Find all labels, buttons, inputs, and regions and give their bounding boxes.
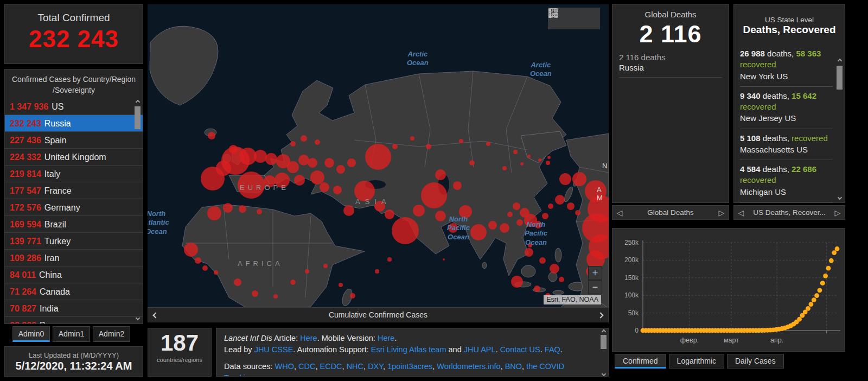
global-deaths-entry[interactable]: 2 116 deaths Russia bbox=[619, 53, 722, 78]
link[interactable]: Worldometers.info bbox=[437, 362, 500, 371]
scroll-thumb[interactable] bbox=[135, 106, 141, 129]
sources-scrollbar[interactable] bbox=[600, 330, 607, 376]
country-list-item[interactable]: 232 243Russia bbox=[5, 115, 143, 132]
country-list-scrollbar[interactable] bbox=[134, 100, 141, 320]
us-state-row[interactable]: 4 584 deaths, 22 686 recoveredMichigan U… bbox=[740, 160, 833, 202]
link[interactable]: JHU CSSE bbox=[254, 345, 293, 354]
scroll-up-icon[interactable] bbox=[837, 59, 841, 63]
scroll-down-icon[interactable] bbox=[837, 195, 841, 200]
country-list-item[interactable]: 172 576Germany bbox=[5, 199, 143, 216]
country-list-item[interactable]: 109 286Iran bbox=[5, 250, 143, 266]
continent-label-africa: AFRICA bbox=[238, 259, 283, 268]
country-list-item[interactable]: 84 011China bbox=[5, 266, 143, 283]
scroll-down-icon[interactable] bbox=[135, 316, 139, 320]
country-list-item[interactable]: 169 594Brazil bbox=[5, 216, 143, 233]
us-state-row[interactable]: 3 832 deaths, recoveredPennsylvania US bbox=[740, 202, 833, 203]
global-deaths-panel: Global Deaths 2 116 2 116 deaths Russia bbox=[612, 4, 729, 203]
link[interactable]: FAQ bbox=[545, 345, 560, 354]
link[interactable]: CDC bbox=[298, 362, 315, 371]
country-list-item[interactable]: 1 347 936US bbox=[5, 98, 143, 115]
us-state-list: 26 988 deaths, 58 363 recoveredNew York … bbox=[734, 45, 845, 203]
link[interactable]: Here bbox=[300, 334, 317, 342]
svg-text:150k: 150k bbox=[624, 274, 639, 282]
chart-tab-logarithmic[interactable]: Logarithmic bbox=[669, 354, 724, 369]
continent-label-europe: EUROPE bbox=[240, 183, 289, 192]
scroll-up-icon[interactable] bbox=[601, 329, 605, 334]
carousel-prev-icon[interactable] bbox=[148, 310, 163, 320]
link[interactable]: Esri Living Atlas team bbox=[371, 345, 446, 354]
svg-text:апр.: апр. bbox=[770, 336, 783, 344]
total-confirmed-title: Total Confirmed bbox=[5, 12, 143, 24]
map-carousel-title: Cumulative Confirmed Cases bbox=[163, 310, 593, 319]
link[interactable]: Contact US bbox=[500, 345, 540, 354]
link[interactable]: JHU APL bbox=[464, 345, 496, 354]
us-panel-subtitle: US State Level bbox=[734, 16, 845, 24]
country-list: 1 347 936US232 243Russia227 436Spain224 … bbox=[5, 98, 143, 323]
continent-label-asia: ASIA bbox=[355, 198, 391, 206]
countries-count-value: 187 bbox=[148, 330, 211, 356]
total-confirmed-value: 232 243 bbox=[5, 26, 143, 53]
map-toolbar bbox=[548, 8, 600, 29]
tab-admin0[interactable]: Admin0 bbox=[12, 326, 50, 342]
global-deaths-carousel-bar: ◁ Global Deaths ▷ bbox=[612, 205, 729, 220]
tab-admin2[interactable]: Admin2 bbox=[93, 326, 130, 342]
tab-admin1[interactable]: Admin1 bbox=[53, 326, 90, 342]
us-state-row[interactable]: 9 340 deaths, 15 642 recoveredNew Jersey… bbox=[740, 87, 833, 129]
scroll-thumb[interactable] bbox=[601, 335, 607, 349]
country-list-item[interactable]: 219 814Italy bbox=[5, 166, 143, 182]
entry-place: Russia bbox=[619, 63, 722, 72]
svg-text:250k: 250k bbox=[624, 239, 639, 246]
country-list-item[interactable]: 71 264Canada bbox=[5, 283, 143, 300]
sources-text: Lancet Inf Dis Article: Here. Mobile Ver… bbox=[224, 333, 595, 377]
country-list-item[interactable]: 224 332United Kingdom bbox=[5, 149, 143, 166]
country-list-item[interactable]: 68 822Peru bbox=[5, 317, 143, 323]
zoom-out-button[interactable]: − bbox=[588, 280, 602, 294]
carousel-prev-icon[interactable]: ◁ bbox=[612, 208, 627, 217]
link[interactable]: WHO bbox=[275, 362, 294, 371]
zoom-in-button[interactable]: + bbox=[588, 266, 602, 280]
carousel-prev-icon[interactable]: ◁ bbox=[734, 208, 748, 217]
entry-deaths: 2 116 deaths bbox=[619, 53, 722, 62]
map-zoom-control: + − bbox=[588, 266, 602, 294]
link[interactable]: DXY bbox=[368, 362, 383, 371]
link[interactable]: 1point3acres bbox=[387, 362, 432, 371]
us-state-row[interactable]: 26 988 deaths, 58 363 recoveredNew York … bbox=[740, 45, 833, 87]
link[interactable]: Here bbox=[378, 334, 394, 342]
global-deaths-value: 2 116 bbox=[612, 20, 729, 48]
link[interactable]: BNO bbox=[505, 362, 522, 371]
total-confirmed-panel: Total Confirmed 232 243 bbox=[4, 4, 143, 64]
chart-tab-daily-cases[interactable]: Daily Cases bbox=[727, 354, 784, 369]
carousel-next-icon[interactable]: ▷ bbox=[714, 208, 729, 217]
chart-tabs: ConfirmedLogarithmicDaily Cases bbox=[615, 354, 784, 369]
us-footer-label: US Deaths, Recover... bbox=[748, 208, 831, 217]
carousel-next-icon[interactable] bbox=[593, 310, 608, 320]
country-list-item[interactable]: 139 771Turkey bbox=[5, 233, 143, 250]
country-list-item[interactable]: 177 547France bbox=[5, 182, 143, 199]
map-attribution: Esri, FAO, NOAA bbox=[544, 295, 601, 304]
scroll-down-icon[interactable] bbox=[601, 372, 605, 376]
expand-views-icon[interactable] bbox=[548, 8, 559, 18]
map-canvas[interactable]: Arctic Ocean Arctic Ocean North Atlantic… bbox=[148, 4, 609, 307]
confirmed-timeline-chart[interactable]: 050k100k150k200k250kфевр.мартапр. bbox=[612, 228, 845, 351]
us-state-row[interactable]: 5 108 deaths, recoveredMassachusetts US bbox=[740, 129, 833, 161]
us-state-panel: US State Level Deaths, Recovered 26 988 … bbox=[733, 4, 845, 203]
chart-tab-confirmed[interactable]: Confirmed bbox=[615, 354, 666, 369]
country-list-item[interactable]: 227 436Spain bbox=[5, 132, 143, 149]
country-list-item[interactable]: 70 827India bbox=[5, 300, 143, 317]
us-list-scrollbar[interactable] bbox=[836, 59, 843, 199]
svg-text:март: март bbox=[724, 336, 739, 344]
link[interactable]: ECDC bbox=[320, 362, 342, 371]
ocean-label-arctic-2: Arctic Ocean bbox=[530, 61, 552, 79]
last-updated-label: Last Updated at (M/D/YYYY) bbox=[5, 351, 143, 359]
svg-text:200k: 200k bbox=[624, 256, 639, 264]
scroll-up-icon[interactable] bbox=[135, 100, 139, 104]
ocean-label-pacific-2: North Pacific Ocean bbox=[525, 220, 547, 247]
us-panel-carousel-bar: ◁ US Deaths, Recover... ▷ bbox=[733, 205, 845, 220]
link[interactable]: NHC bbox=[347, 362, 363, 371]
scroll-thumb[interactable] bbox=[837, 66, 843, 90]
ocean-label-arctic-1: Arctic Ocean bbox=[407, 50, 429, 68]
carousel-next-icon[interactable]: ▷ bbox=[831, 208, 845, 217]
continent-label-north-fragment: N bbox=[602, 162, 609, 170]
case-bubble-layer[interactable] bbox=[148, 4, 609, 307]
last-updated-value: 5/12/2020, 11:32:24 AM bbox=[5, 360, 143, 372]
